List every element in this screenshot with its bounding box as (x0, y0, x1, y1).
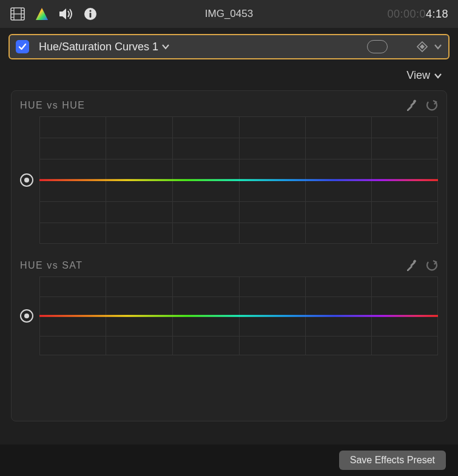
curve-title: HUE vs HUE (20, 100, 85, 111)
curve-handle[interactable] (20, 309, 33, 323)
effect-header: Hue/Saturation Curves 1 (8, 34, 450, 59)
chevron-down-icon (162, 44, 169, 50)
film-icon[interactable] (10, 6, 25, 22)
mask-button[interactable] (367, 40, 388, 53)
curve-hue-vs-sat: HUE vs SAT (20, 260, 438, 355)
curve-header: HUE vs HUE (20, 99, 438, 112)
effect-name-dropdown[interactable]: Hue/Saturation Curves 1 (39, 41, 169, 53)
effect-menu-chevron-icon[interactable] (434, 43, 442, 50)
svg-marker-14 (420, 44, 425, 49)
save-effects-preset-button[interactable]: Save Effects Preset (339, 451, 446, 470)
view-menu-label: View (406, 69, 430, 82)
chevron-down-icon (434, 72, 442, 79)
info-icon[interactable] (83, 6, 98, 22)
curves-panel: HUE vs HUE (11, 90, 447, 421)
curve-grid[interactable] (39, 116, 438, 244)
timecode-dim: 00:00:0 (387, 8, 426, 20)
spectrum-line[interactable] (39, 179, 438, 181)
footer: Save Effects Preset (0, 444, 458, 476)
svg-rect-12 (90, 13, 92, 18)
view-row: View (0, 63, 458, 90)
reset-arrow-icon[interactable] (426, 260, 438, 271)
color-icon[interactable] (34, 6, 50, 22)
svg-point-11 (89, 10, 91, 12)
volume-icon[interactable] (58, 6, 74, 22)
curve-title: HUE vs SAT (20, 260, 83, 271)
eyedropper-icon[interactable] (405, 99, 417, 112)
keyframe-icon[interactable] (417, 41, 428, 52)
curve-hue-vs-hue: HUE vs HUE (20, 99, 438, 244)
spectrum-line[interactable] (39, 315, 438, 317)
effect-enable-checkbox[interactable] (16, 40, 29, 53)
check-icon (18, 42, 27, 51)
curve-handle[interactable] (20, 173, 33, 187)
curve-body (20, 277, 438, 355)
timecode: 00:00:04:18 (387, 8, 448, 21)
eyedropper-icon[interactable] (405, 260, 417, 272)
view-menu[interactable]: View (406, 69, 442, 82)
curve-header: HUE vs SAT (20, 260, 438, 272)
reset-arrow-icon[interactable] (426, 100, 438, 111)
curve-grid[interactable] (39, 277, 438, 355)
curve-body (20, 116, 438, 244)
svg-marker-9 (59, 8, 66, 19)
timecode-bright: 4:18 (426, 8, 448, 20)
effect-name-label: Hue/Saturation Curves 1 (39, 41, 158, 53)
svg-marker-8 (36, 8, 48, 20)
inspector-topbar: IMG_0453 00:00:04:18 (0, 0, 458, 28)
effect-bar-wrap: Hue/Saturation Curves 1 (0, 28, 458, 63)
